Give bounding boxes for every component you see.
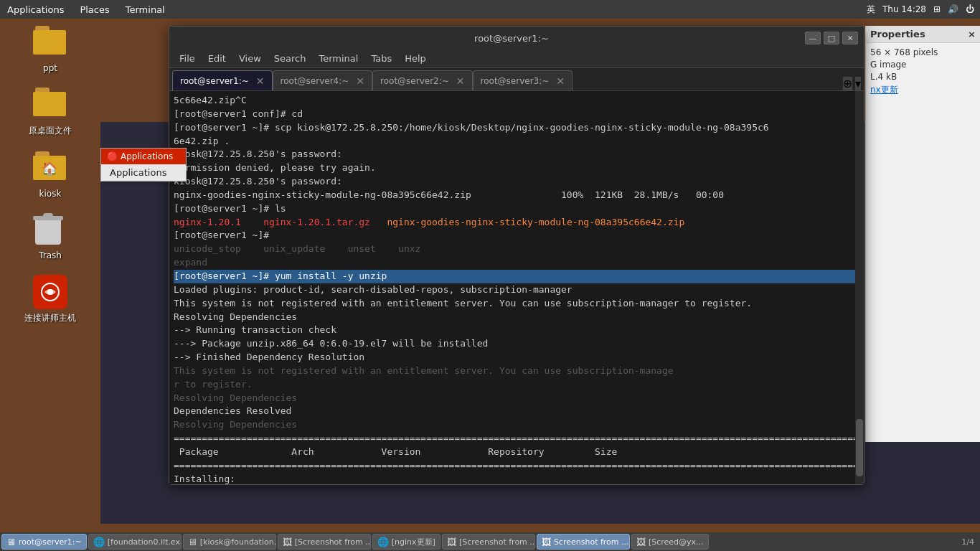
term-line-6: kiosk@172.25.8.250's password: bbox=[174, 175, 859, 189]
tab-server1[interactable]: root@server1:~ ✕ bbox=[172, 70, 273, 90]
tab-server2-label: root@server2:~ bbox=[380, 76, 449, 86]
taskbar-icon-screenshot1: 🖼 bbox=[283, 537, 292, 547]
taskbar-item-screed[interactable]: 🖼 [Screed@yx... bbox=[631, 534, 709, 550]
taskbar-item-server1[interactable]: 🖥 root@server1:~ bbox=[1, 534, 87, 550]
top-menu-left: Applications Places Terminal bbox=[0, 3, 172, 17]
menu-applications[interactable]: Applications bbox=[0, 3, 71, 17]
taskbar-item-kiosk[interactable]: 🖥 [kiosk@foundation... bbox=[183, 534, 276, 550]
term-line-2: [root@server1 ~]# scp kiosk@172.25.8.250… bbox=[174, 121, 859, 135]
term-line-finished: --> Finished Dependency Resolution bbox=[174, 351, 859, 364]
desktop-icon-yuanzuomian[interactable]: 原桌面文件 bbox=[18, 88, 83, 137]
scroll-thumb[interactable] bbox=[856, 419, 863, 476]
term-line-0: 5c66e42.zip^C bbox=[174, 94, 859, 108]
taskbar-item-screenshot1[interactable]: 🖼 [Screenshot from ... bbox=[278, 534, 371, 550]
term-line-resolving: Resolving Dependencies bbox=[174, 311, 859, 324]
desktop: ppt 原桌面文件 🏠 kiosk bbox=[0, 19, 100, 532]
taskbar-item-screenshot3[interactable]: 🖼 Screenshot from ... bbox=[537, 534, 630, 550]
term-line-ghost4: r to register. bbox=[174, 378, 859, 392]
menu-terminal[interactable]: Terminal bbox=[118, 3, 172, 17]
taskbar-item-screenshot2[interactable]: 🖼 [Screenshot from ... bbox=[442, 534, 535, 550]
term-line-ghost2: expand bbox=[174, 256, 859, 270]
term-line-installing: Installing: bbox=[174, 473, 859, 484]
menu-places[interactable]: Places bbox=[72, 3, 116, 17]
term-line-running: --> Running transaction check bbox=[174, 324, 859, 337]
svg-point-1 bbox=[47, 289, 53, 295]
taskbar-item-nginx[interactable]: 🌐 [nginx更新] bbox=[372, 534, 440, 550]
taskbar-label-nginx: [nginx更新] bbox=[392, 537, 435, 547]
tab-server1-close[interactable]: ✕ bbox=[256, 75, 265, 87]
right-panel-header: Properties × bbox=[866, 26, 980, 43]
term-line-ls: nginx-1.20.1 nginx-1.20.1.tar.gz nginx-g… bbox=[174, 216, 859, 230]
term-line-7: nginx-goodies-nginx-sticky-module-ng-08a… bbox=[174, 189, 859, 202]
taskbar-icon-screenshot2: 🖼 bbox=[447, 537, 456, 547]
taskbar-icon-screed: 🖼 bbox=[636, 537, 646, 547]
type-value: G image bbox=[870, 60, 976, 70]
clock: Thu 14:28 bbox=[882, 4, 926, 14]
right-panel: Properties × 56 × 768 pixels G image L.4… bbox=[865, 26, 980, 442]
taskbar-label-screenshot2: [Screenshot from ... bbox=[459, 537, 535, 547]
terminal-title: root@server1:~ bbox=[218, 33, 805, 44]
minimize-button[interactable]: — bbox=[805, 32, 821, 44]
desktop-icon-trash[interactable]: Trash bbox=[18, 213, 83, 260]
tab-server4-label: root@server4:~ bbox=[281, 76, 349, 86]
window-controls: — □ ✕ bbox=[805, 32, 858, 44]
term-line-3: 6e42.zip . bbox=[174, 135, 859, 149]
desktop-icon-ppt[interactable]: ppt bbox=[18, 26, 83, 73]
term-line-reg: This system is not registered with an en… bbox=[174, 297, 859, 311]
menu-tabs[interactable]: Tabs bbox=[365, 52, 397, 65]
power-icon[interactable]: ⏻ bbox=[966, 4, 974, 14]
tab-server1-label: root@server1:~ bbox=[180, 76, 249, 86]
taskbar-icon-server1: 🖥 bbox=[6, 537, 16, 547]
link-value[interactable]: nx更新 bbox=[870, 84, 976, 96]
tab-server3[interactable]: root@server3:~ ✕ bbox=[473, 70, 573, 90]
menu-file[interactable]: File bbox=[174, 52, 201, 65]
desktop-icon-kiosk[interactable]: 🏠 kiosk bbox=[18, 151, 83, 199]
desktop-icon-connect-label: 连接讲师主机 bbox=[24, 312, 76, 324]
menu-edit[interactable]: Edit bbox=[202, 52, 232, 65]
tab-server2-close[interactable]: ✕ bbox=[456, 75, 465, 87]
menu-help[interactable]: Help bbox=[399, 52, 432, 65]
ls-nginx-dir: nginx-1.20.1 bbox=[174, 217, 241, 227]
desktop-icon-yuanzuomian-label: 原桌面文件 bbox=[29, 125, 72, 137]
maximize-button[interactable]: □ bbox=[824, 32, 839, 44]
term-line-header: Package Arch Version Repository Size bbox=[174, 446, 859, 459]
term-line-deps: Dependencies Resolved bbox=[174, 405, 859, 418]
desktop-icon-connect[interactable]: 连接讲师主机 bbox=[18, 275, 83, 324]
tab-server2[interactable]: root@server2:~ ✕ bbox=[372, 70, 473, 90]
right-panel-content: 56 × 768 pixels G image L.4 kB nx更新 bbox=[866, 43, 980, 103]
taskbar-icon-foundation: 🌐 bbox=[93, 537, 105, 547]
term-line-sep1: ========================================… bbox=[174, 432, 859, 446]
tab-server3-close[interactable]: ✕ bbox=[556, 75, 565, 87]
taskbar-item-foundation[interactable]: 🌐 [foundation0.ilt.exa... bbox=[88, 534, 182, 550]
tab-server4[interactable]: root@server4:~ ✕ bbox=[273, 70, 373, 90]
term-line-ghost5: Resolving Dependencies bbox=[174, 392, 859, 405]
terminal-content[interactable]: 5c66e42.zip^C [root@server1 conf]# cd [r… bbox=[169, 91, 864, 484]
apps-menu-icon: 🔴 bbox=[107, 151, 118, 161]
desktop-icon-ppt-label: ppt bbox=[43, 63, 57, 73]
term-line-4: kiosk@172.25.8.250's password: bbox=[174, 148, 859, 161]
top-menubar: Applications Places Terminal 英 Thu 14:28… bbox=[0, 0, 980, 19]
tabs-extra: ⊕ ▾ bbox=[843, 77, 861, 90]
ls-nginx-tar: nginx-1.20.1.tar.gz bbox=[263, 217, 370, 227]
term-line-ghost6: Resolving Dependencies bbox=[174, 418, 859, 432]
tabs-dropdown[interactable]: ▾ bbox=[855, 77, 861, 90]
term-line-pkg: ---> Package unzip.x86_64 0:6.0-19.el7 w… bbox=[174, 337, 859, 351]
taskbar-label-screenshot3: Screenshot from ... bbox=[554, 537, 629, 547]
close-button[interactable]: ✕ bbox=[842, 32, 858, 44]
right-panel-close[interactable]: × bbox=[968, 29, 976, 39]
tab-server3-label: root@server3:~ bbox=[481, 76, 550, 86]
menu-search[interactable]: Search bbox=[268, 52, 312, 65]
desktop-icon-trash-label: Trash bbox=[39, 250, 62, 260]
apps-menu-title: Applications bbox=[121, 151, 173, 161]
term-line-yum: [root@server1 ~]# yum install -y unzip bbox=[174, 270, 859, 283]
terminal-window: root@server1:~ — □ ✕ File Edit View Sear… bbox=[169, 26, 864, 485]
apps-menu-item-applications[interactable]: Applications bbox=[101, 164, 186, 181]
tab-server4-close[interactable]: ✕ bbox=[356, 75, 364, 87]
term-line-sep2: ========================================… bbox=[174, 459, 859, 473]
terminal-scrollbar[interactable] bbox=[855, 91, 864, 484]
ls-nginx-zip: nginx-goodies-nginx-sticky-module-ng-08a… bbox=[387, 217, 684, 227]
menu-view[interactable]: View bbox=[233, 52, 267, 65]
menu-terminal[interactable]: Terminal bbox=[313, 52, 364, 65]
new-tab-button[interactable]: ⊕ bbox=[843, 77, 852, 90]
top-menu-right: 英 Thu 14:28 ⊞ 🔊 ⏻ bbox=[867, 4, 980, 16]
